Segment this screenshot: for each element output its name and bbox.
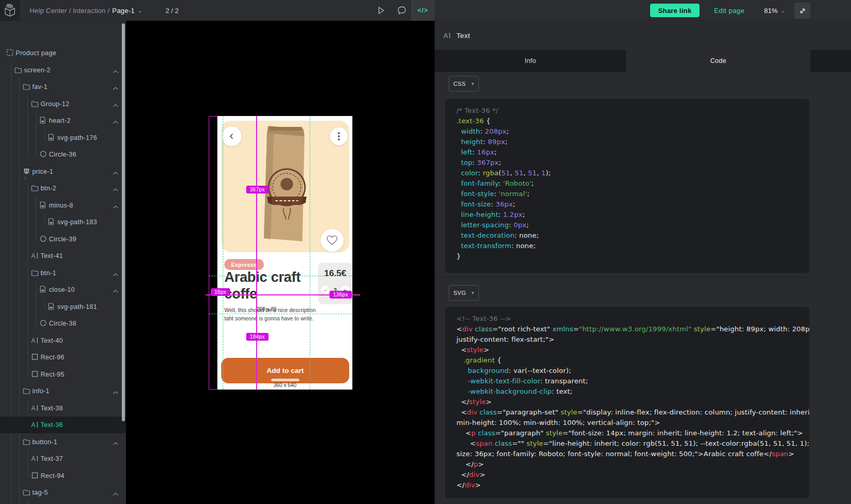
code-line: <!-- Text-36 --> bbox=[456, 314, 798, 324]
comment-button[interactable] bbox=[391, 0, 412, 21]
favorite-button[interactable] bbox=[321, 229, 344, 252]
layer-row-screen-2[interactable]: screen-2 bbox=[0, 62, 126, 79]
code-mode-button[interactable]: </> bbox=[411, 0, 435, 21]
margin-guide-right bbox=[310, 116, 310, 390]
css-code-block[interactable]: /* Text-36 */.text-36 { width: 208px; he… bbox=[445, 99, 809, 273]
chevron-up-icon[interactable] bbox=[112, 67, 120, 74]
layer-row-rect-96[interactable]: Rect-96 bbox=[0, 349, 126, 366]
layer-row-button-1[interactable]: button-1 bbox=[0, 434, 126, 450]
layer-row-text-38[interactable]: AText-38 bbox=[0, 400, 126, 417]
chevron-up-icon[interactable] bbox=[112, 269, 120, 277]
layer-row-text-36[interactable]: AText-36 bbox=[0, 417, 126, 433]
code-line: </div> bbox=[456, 470, 798, 480]
svg-code-block[interactable]: <!-- Text-36 --><div class="root rich-te… bbox=[445, 307, 809, 498]
layer-row-heart-2[interactable]: heart-2 bbox=[0, 112, 126, 129]
tab-info[interactable]: Info bbox=[435, 50, 626, 72]
share-link-button[interactable]: Share link bbox=[650, 4, 700, 17]
layer-row-circle-39[interactable]: Circle-39 bbox=[0, 231, 126, 248]
tab-code[interactable]: Code bbox=[626, 50, 810, 72]
layer-row-text-37[interactable]: AText-37 bbox=[0, 450, 126, 467]
chevron-up-icon[interactable] bbox=[112, 185, 120, 192]
measure-label-left: 16px bbox=[211, 288, 230, 296]
layer-row-fav-1[interactable]: fav-1 bbox=[0, 79, 126, 95]
code-line: line-height: 1.2px; bbox=[456, 210, 798, 220]
layer-row-product page[interactable]: Product page bbox=[0, 45, 126, 61]
layer-row-group-12[interactable]: Group-12 bbox=[0, 96, 126, 112]
chevron-down-icon[interactable]: ⌄ bbox=[138, 7, 143, 14]
circle-icon bbox=[40, 235, 48, 243]
topbar: Help Center / Interaction / Page-1 ⌄ 2 /… bbox=[0, 0, 851, 21]
code-line: width: 208px; bbox=[456, 126, 798, 137]
chevron-up-icon[interactable] bbox=[112, 168, 120, 175]
chevron-up-icon[interactable] bbox=[112, 100, 120, 108]
layer-row-text-40[interactable]: AText-40 bbox=[0, 332, 126, 349]
layer-label: Circle-39 bbox=[49, 231, 77, 248]
layer-row-svg-path-176[interactable]: svg-path-176 bbox=[0, 130, 126, 146]
breadcrumb[interactable]: Help Center / Interaction / Page-1 ⌄ bbox=[30, 0, 143, 21]
folder-icon bbox=[23, 488, 31, 497]
layer-row-minus-8[interactable]: minus-8 bbox=[0, 197, 126, 214]
layer-row-info-1[interactable]: info-1 bbox=[0, 383, 126, 399]
category-tag[interactable]: Expresso bbox=[224, 259, 264, 270]
chevron-up-icon[interactable] bbox=[112, 117, 120, 124]
center-guide-vertical bbox=[256, 116, 257, 390]
layer-row-circle-38[interactable]: Circle-38 bbox=[0, 315, 126, 332]
chevron-down-icon: ▾ bbox=[472, 81, 474, 86]
code-line: /* Text-36 */ bbox=[456, 106, 798, 116]
code-line: height: 89px; bbox=[456, 137, 798, 147]
layer-row-text-41[interactable]: AText-41 bbox=[0, 248, 126, 264]
layer-label: minus-8 bbox=[49, 197, 73, 214]
code-line: font-family: 'Roboto'; bbox=[456, 178, 798, 189]
layer-row-svg-path-183[interactable]: svg-path-183 bbox=[0, 214, 126, 230]
layer-label: Product page bbox=[16, 45, 56, 61]
more-menu-button[interactable] bbox=[330, 127, 348, 145]
minus-button[interactable]: − bbox=[321, 286, 330, 295]
layer-row-rect-94[interactable]: Rect-94 bbox=[0, 468, 126, 484]
code-line: font-size: 36px; bbox=[456, 199, 798, 210]
sidebar-scrollbar[interactable] bbox=[122, 23, 125, 421]
svg-text:A: A bbox=[31, 455, 35, 462]
design-canvas[interactable]: Expresso Arabic craft coffe 16.5€ − 2 + … bbox=[126, 21, 435, 504]
svg-text:A: A bbox=[31, 337, 35, 344]
file-icon bbox=[48, 134, 56, 142]
inspector-header: A⌇ Text bbox=[435, 21, 851, 50]
code-line: <div class="paragraph-set" style="displa… bbox=[456, 407, 798, 418]
layer-row-svg-path-181[interactable]: svg-path-181 bbox=[0, 299, 126, 315]
layer-row-circle-36[interactable]: Circle-36 bbox=[0, 146, 126, 163]
chevron-up-icon[interactable] bbox=[112, 387, 120, 395]
product-title[interactable]: Arabic craft coffe bbox=[224, 269, 315, 303]
fullscreen-button[interactable] bbox=[794, 3, 810, 19]
file-icon bbox=[40, 201, 48, 210]
edit-page-link[interactable]: Edit page bbox=[714, 0, 745, 21]
back-button[interactable] bbox=[222, 126, 242, 146]
svg-text:A: A bbox=[31, 421, 35, 428]
file-icon bbox=[40, 286, 48, 294]
inspector-panel: A⌇ Text Info Code CSS ▾ /* Text-36 */.te… bbox=[435, 21, 851, 504]
chevron-up-icon[interactable] bbox=[112, 83, 120, 91]
layer-row-close-10[interactable]: close-10 bbox=[0, 281, 126, 298]
app-logo[interactable] bbox=[0, 0, 20, 21]
product-screen-frame[interactable]: Expresso Arabic craft coffe 16.5€ − 2 + … bbox=[217, 116, 352, 390]
chevron-down-icon: ⌄ bbox=[781, 7, 785, 14]
layer-label: Text-36 bbox=[41, 417, 63, 433]
layer-row-btn-2[interactable]: btn-2 bbox=[0, 180, 126, 197]
folder-icon bbox=[23, 438, 31, 446]
chevron-up-icon[interactable] bbox=[112, 438, 120, 446]
code-line: .gradient { bbox=[456, 355, 798, 366]
css-format-select[interactable]: CSS ▾ bbox=[449, 76, 479, 92]
layer-row-price-1[interactable]: price-1 bbox=[0, 163, 126, 180]
layer-row-tag-5[interactable]: tag-5 bbox=[0, 484, 126, 501]
chevron-up-icon[interactable] bbox=[112, 202, 120, 209]
play-button[interactable] bbox=[371, 0, 391, 21]
file-icon bbox=[48, 303, 56, 311]
text-icon: A bbox=[31, 252, 40, 260]
layer-row-btn-1[interactable]: btn-1 bbox=[0, 265, 126, 281]
layer-label: Rect-94 bbox=[41, 468, 65, 484]
chevron-up-icon[interactable] bbox=[112, 489, 120, 496]
chevron-up-icon[interactable] bbox=[112, 286, 120, 293]
layer-label: heart-2 bbox=[49, 112, 71, 129]
svg-format-select[interactable]: SVG ▾ bbox=[449, 285, 479, 301]
text-icon: A bbox=[31, 421, 40, 429]
zoom-control[interactable]: 81% ⌄ bbox=[764, 0, 785, 21]
layer-row-rect-95[interactable]: Rect-95 bbox=[0, 366, 126, 383]
